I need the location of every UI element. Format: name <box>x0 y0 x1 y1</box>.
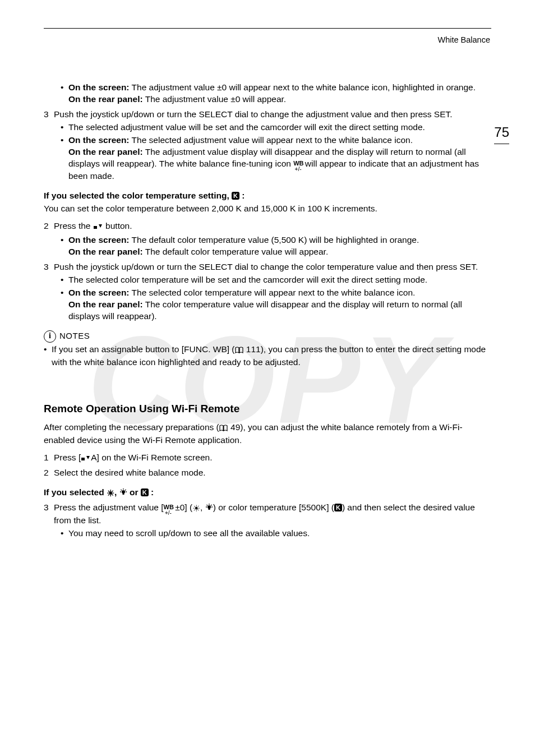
svg-line-15 <box>211 505 212 506</box>
svg-rect-0 <box>94 226 97 229</box>
daylight-icon: ☀ <box>107 488 114 500</box>
r-head-c: or <box>127 487 141 497</box>
ct-step-2: 2 Press the button. <box>44 220 491 233</box>
on-screen-label: On the screen: <box>68 135 130 145</box>
remote-step-3: 3 Press the adjustment value [WB+/- ±0] … <box>44 502 491 527</box>
remote-heading: Remote Operation Using Wi-Fi Remote <box>44 402 491 416</box>
ct-step2-b: button. <box>103 221 132 231</box>
wb-fine-icon: WB+/- <box>164 503 173 515</box>
step-number: 3 <box>44 109 54 121</box>
step3-bullet-2: On the screen: The selected adjustment v… <box>61 135 491 183</box>
kelvin-chip-icon: K <box>232 192 239 200</box>
step-number: 3 <box>44 502 54 527</box>
on-rear-label: On the rear panel: <box>68 147 143 156</box>
ct-step3-bullet-2: On the screen: The selected color temper… <box>61 287 491 322</box>
ct-section-head: If you selected the color temperature se… <box>44 190 491 202</box>
r-head-b: , <box>114 487 119 497</box>
step-text: Press the button. <box>54 220 491 233</box>
r-step1-a: Press [ <box>54 453 81 462</box>
r-step3-d: ) or color temperature [5500K] ( <box>213 503 334 512</box>
svg-rect-10 <box>208 508 210 510</box>
remote-step-2: 2 Select the desired white balance mode. <box>44 467 491 479</box>
remote-para-a: After completing the necessary preparati… <box>44 422 219 432</box>
r-head-a: If you selected <box>44 487 107 497</box>
r-step3-b: ±0] ( <box>173 503 192 512</box>
notes-a: If you set an assignable button to [FUNC… <box>52 344 235 354</box>
wb-fine-icon: WB+/- <box>293 159 302 171</box>
svg-rect-3 <box>122 493 124 495</box>
step3-bullet-1: The selected adjustment value will be se… <box>61 122 491 133</box>
step-number: 2 <box>44 220 54 233</box>
manual-ref-icon <box>235 345 244 357</box>
step-text: Push the joystick up/down or turn the SE… <box>54 109 491 121</box>
remote-select-head: If you selected ☀, or K : <box>44 487 491 500</box>
on-screen-text: The adjustment value ±0 will appear next… <box>130 82 476 92</box>
svg-rect-1 <box>81 458 85 460</box>
notes-bullet: If you set an assignable button to [FUNC… <box>44 344 491 368</box>
r-step1-b: A] on the Wi-Fi Remote screen. <box>91 453 212 462</box>
notes-label: NOTES <box>59 330 90 342</box>
ct-step-3: 3 Push the joystick up/down or turn the … <box>44 261 491 273</box>
kelvin-chip-icon: K <box>141 488 149 496</box>
remote-ref: 49 <box>228 422 241 432</box>
ct-head-a: If you selected the color temperature se… <box>44 191 232 200</box>
on-screen-label: On the screen: <box>68 82 130 92</box>
info-icon: i <box>44 330 56 343</box>
page-number: 75 <box>494 123 509 144</box>
on-rear-text: The adjustment value ±0 will appear. <box>143 94 287 104</box>
on-screen-text: The selected adjustment value will appea… <box>130 135 413 145</box>
notes-ref: 111 <box>244 344 261 354</box>
svg-line-8 <box>125 490 126 491</box>
on-screen-label: On the screen: <box>68 235 130 245</box>
on-rear-label: On the rear panel: <box>68 94 143 104</box>
r-step3-c: , <box>200 503 205 512</box>
step-3: 3 Push the joystick up/down or turn the … <box>44 109 491 121</box>
svg-line-7 <box>121 490 122 491</box>
wb-set-icon <box>81 453 91 465</box>
on-rear-text: The default color temperature value will… <box>143 247 329 256</box>
ct-head-b: : <box>239 191 245 200</box>
manual-ref-icon <box>219 423 228 435</box>
kelvin-chip-icon: K <box>334 504 342 511</box>
step-number: 1 <box>44 452 54 465</box>
ct-step2-a: Press the <box>54 221 93 231</box>
wb-set-icon <box>93 222 103 233</box>
on-screen-text: The default color temperature value (5,5… <box>130 235 419 245</box>
ct-step3-bullet-1: The selected color temperature will be s… <box>61 274 491 286</box>
header-section: White Balance <box>438 35 491 46</box>
on-screen-label: On the screen: <box>68 288 130 297</box>
on-rear-label: On the rear panel: <box>68 247 143 256</box>
step-text: Push the joystick up/down or turn the SE… <box>54 261 491 273</box>
svg-line-14 <box>206 505 207 506</box>
step-text: Press the adjustment value [WB+/- ±0] (☀… <box>54 502 491 527</box>
on-rear-label: On the rear panel: <box>68 299 143 309</box>
step-number: 3 <box>44 261 54 273</box>
r-head-d: : <box>149 487 154 497</box>
remote-step3-bullet: You may need to scroll up/down to see al… <box>61 528 491 540</box>
tungsten-icon <box>119 488 127 500</box>
remote-step-1: 1 Press [A] on the Wi-Fi Remote screen. <box>44 452 491 465</box>
ct-para: You can set the color temperature betwee… <box>44 203 491 215</box>
remote-para: After completing the necessary preparati… <box>44 422 491 446</box>
on-screen-text: The selected color temperature will appe… <box>130 288 416 297</box>
notes-header: i NOTES <box>44 330 491 343</box>
daylight-icon: ☀ <box>192 503 200 515</box>
tungsten-icon <box>205 503 213 515</box>
step-number: 2 <box>44 467 54 479</box>
r-step3-a: Press the adjustment value [ <box>54 503 164 512</box>
step-text: Select the desired white balance mode. <box>54 467 491 479</box>
ct-step2-bullet: On the screen: The default color tempera… <box>61 234 491 258</box>
top-bullet: On the screen: The adjustment value ±0 w… <box>61 82 491 105</box>
step-text: Press [A] on the Wi-Fi Remote screen. <box>54 452 491 465</box>
